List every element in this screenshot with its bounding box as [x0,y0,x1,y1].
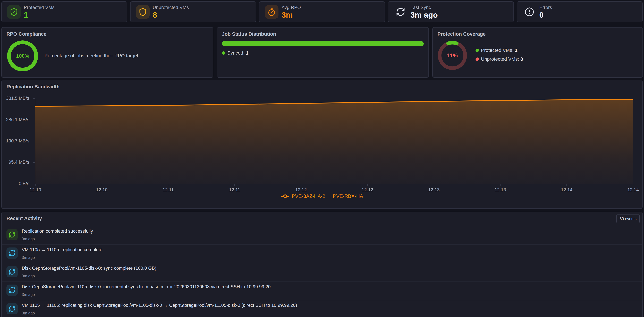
activity-title: VM 1105 → 11105: replicating disk CephSt… [22,303,297,308]
stat-value: 8 [153,11,189,19]
activity-time: 3m ago [22,274,35,278]
activity-row: Replication completed successfully3m ago [2,226,642,245]
sync-icon [8,268,16,275]
series-line-marker-icon [281,196,289,197]
stat-label: Avg RPO [282,5,301,10]
job-status-legend: Synced: 1 [222,50,248,56]
sync-icon [8,231,16,238]
stat-label: Unprotected VMs [153,5,189,10]
stat-card-errors: Errors0 [517,1,643,22]
activity-icon-tile [6,284,18,296]
legend-dot [222,51,225,55]
stat-card-protected-vms: Protected VMs1 [1,1,127,22]
stat-value: 3m ago [410,11,438,19]
rpo-compliance-title: RPO Compliance [6,31,46,37]
dashboard: Protected VMs1Unprotected VMs8Avg RPO3mL… [0,0,644,317]
y-axis-tick [33,184,35,184]
y-axis-tick-label: 190.7 MB/s [2,138,29,144]
protection-coverage-title: Protection Coverage [438,31,486,37]
shield-icon [138,8,147,16]
job-legend-item-synced: Synced: 1 [222,50,248,56]
stat-value: 1 [24,11,54,19]
activity-time: 3m ago [22,255,35,260]
activity-icon-tile [6,266,18,277]
x-axis-tick [35,184,36,186]
rpo-compliance-value: 100% [16,53,29,59]
rpo-compliance-card: RPO Compliance 100% Percentage of jobs m… [1,27,213,78]
job-status-bar [222,41,424,46]
x-axis-tick-label: 12:12 [356,187,379,192]
activity-time: 3m ago [22,237,35,241]
legend-dot [476,48,479,52]
x-axis-tick [566,184,567,186]
y-axis-tick [33,162,35,163]
stat-card-unprotected-vms: Unprotected VMs8 [130,1,256,22]
y-axis-tick-label: 95.4 MB/s [2,160,29,165]
stat-text: Avg RPO3m [282,5,301,19]
x-axis-tick-label: 12:14 [555,187,578,192]
activity-icon-tile [6,248,18,259]
stat-card-avg-rpo: Avg RPO3m [259,1,385,22]
stat-value: 0 [539,11,552,19]
activity-row: Disk CephStoragePool/vm-1105-disk-0: syn… [2,263,642,282]
protection-coverage-legend: Protected VMs: 1Unprotected VMs: 8 [476,48,523,62]
stat-icon-tile [7,5,21,19]
stats-row: Protected VMs1Unprotected VMs8Avg RPO3mL… [1,1,643,22]
stat-icon-tile [136,5,150,19]
job-status-segment-synced [222,41,424,46]
activity-row: Disk CephStoragePool/vm-1105-disk-0: inc… [2,282,642,300]
y-axis-tick [33,98,35,99]
protection-coverage-donut: 11% [437,40,468,71]
stat-card-last-sync: Last Sync3m ago [388,1,514,22]
stat-label: Last Sync [410,5,438,10]
activity-time: 3m ago [22,311,35,316]
y-axis-tick [33,120,35,120]
coverage-legend-item-unprotected-vms: Unprotected VMs: 8 [476,56,523,62]
sync-icon [8,286,16,294]
x-axis-tick-label: 12:10 [90,187,114,192]
alert-circle-icon [525,7,534,17]
sync-icon [396,7,405,17]
y-axis-tick [33,141,35,142]
x-axis-tick-label: 12:13 [488,187,512,192]
y-axis-tick-label: 286.1 MB/s [2,117,29,122]
timer-icon [267,8,276,16]
protection-coverage-value: 11% [437,40,468,71]
legend-label: Protected VMs: 1 [481,48,518,53]
bandwidth-area-chart[interactable] [35,98,633,184]
activity-row: VM 1105 → 11105: replication complete3m … [2,245,642,263]
x-axis-tick-label: 12:11 [156,187,180,192]
stat-value: 3m [282,11,301,19]
x-axis-tick-label: 12:12 [289,187,313,192]
replication-bandwidth-card: Replication Bandwidth 381.5 MB/s286.1 MB… [1,80,643,209]
activity-title: Disk CephStoragePool/vm-1105-disk-0: syn… [22,266,156,271]
job-status-title: Job Status Distribution [222,31,276,37]
activity-title: Disk CephStoragePool/vm-1105-disk-0: inc… [22,284,271,290]
activity-title: Replication completed successfully [22,228,93,234]
x-axis-tick [234,184,235,186]
legend-label: Unprotected VMs: 8 [481,56,523,62]
stat-text: Errors0 [539,5,552,19]
events-count-badge: 30 events [616,214,640,223]
chart-legend[interactable]: PVE-3AZ-HA-2 → PVE-RBX-HA [2,194,642,199]
x-axis-tick [367,184,368,186]
stat-label: Errors [539,5,552,10]
stat-icon-tile [522,5,536,19]
rpo-compliance-ring: 100% [7,40,38,72]
stat-label: Protected VMs [24,5,54,10]
x-axis-tick [633,184,633,186]
protection-coverage-card: Protection Coverage 11% Protected VMs: 1… [432,27,643,78]
x-axis-tick [500,184,500,186]
x-axis-tick-label: 12:10 [24,187,47,192]
stat-text: Protected VMs1 [24,5,54,19]
recent-activity-card: Recent Activity 30 events Replication co… [1,212,643,317]
stat-text: Unprotected VMs8 [153,5,189,19]
shield-check-icon [10,8,18,16]
stat-text: Last Sync3m ago [410,5,438,19]
activity-icon-tile [6,229,18,240]
stat-icon-tile [394,5,407,19]
x-axis-line [35,184,638,184]
x-axis-tick [102,184,102,186]
sync-icon [8,250,16,257]
replication-bandwidth-title: Replication Bandwidth [6,84,60,90]
